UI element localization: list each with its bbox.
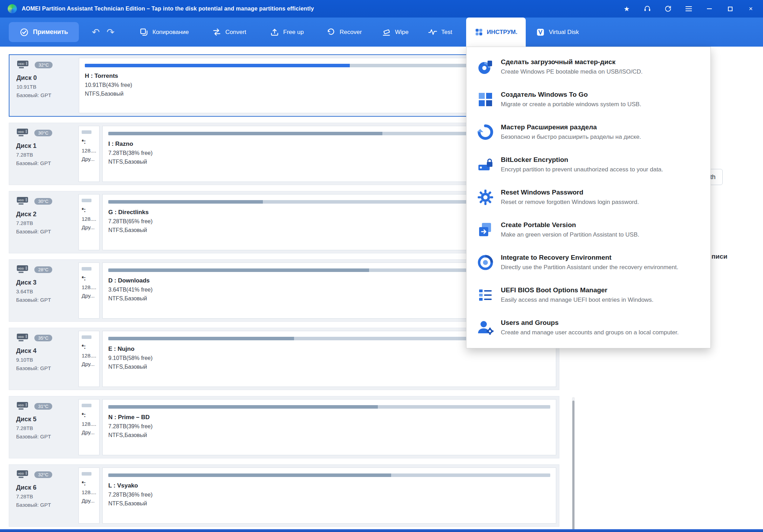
hdd-icon: HDD <box>16 60 30 70</box>
partition-label: *: <box>82 139 99 145</box>
disk-row[interactable]: HDD 32°C Диск 6 7.28TB Базовый: GPT *: 1… <box>9 464 559 527</box>
svg-text:HDD: HDD <box>18 472 24 475</box>
partition-block-small[interactable]: *: 128.... Дру... <box>79 126 100 182</box>
virtual-disk-button[interactable]: Virtual Disk <box>536 18 579 47</box>
tools-menu-item-title: Create Portable Version <box>501 221 639 229</box>
partition-size: 128.... <box>82 489 99 495</box>
bitlocker-icon <box>477 156 494 173</box>
virtual-disk-icon <box>536 28 545 37</box>
disk-temperature-badge: 30°C <box>34 130 52 136</box>
disk-temperature-badge: 35°C <box>34 335 52 341</box>
tools-menu-item[interactable]: Users and Groups Create and manage user … <box>466 311 710 344</box>
svg-text:HDD: HDD <box>18 404 24 407</box>
vertical-scrollbar[interactable] <box>572 397 575 529</box>
tools-menu-item-title: Создатель Windows To Go <box>501 91 641 98</box>
tools-menu-item[interactable]: Create Portable Version Make an green ve… <box>466 213 710 246</box>
free-up-icon <box>270 27 279 37</box>
free-up-button[interactable]: Free up <box>270 18 304 47</box>
disk-temperature-badge: 31°C <box>34 403 52 410</box>
bootable-media-icon <box>477 59 494 75</box>
redo-button[interactable]: ↷ <box>107 18 115 47</box>
partition-block-small[interactable]: *: 128.... Дру... <box>79 262 100 319</box>
partition-block[interactable]: N : Prime – BD 7.28TB(39% free) NTFS,Баз… <box>102 399 556 455</box>
test-button[interactable]: Test <box>428 18 452 47</box>
tools-menu-item-description: Reset or remove forgotten Windows login … <box>501 199 639 206</box>
partition-block-small[interactable]: *: 128.... Дру... <box>79 331 100 387</box>
partition-label: N : Prime – BD <box>108 414 550 421</box>
reset-password-icon <box>477 189 494 206</box>
partition-filesystem: NTFS,Базовый <box>108 500 550 507</box>
tools-menu-item[interactable]: UEFI BIOS Boot Options Manager Easily ac… <box>466 279 710 311</box>
minimize-icon[interactable] <box>705 4 714 13</box>
tools-menu-item-description: Easily access and manage UEFI boot entri… <box>501 296 654 303</box>
partition-usage-bar <box>82 267 91 271</box>
wipe-button[interactable]: Wipe <box>382 18 409 47</box>
users-groups-icon <box>477 319 494 336</box>
disk-capacity: 7.28TB <box>16 425 76 431</box>
apply-button-label: Применить <box>33 28 68 36</box>
partition-block-small[interactable]: *: 128.... Дру... <box>79 399 100 455</box>
disk-partitions: *: 128.... Дру... N : Prime – BD 7.28TB(… <box>76 396 559 458</box>
disk-partition-style: Базовый: GPT <box>16 297 76 303</box>
tools-menu-item[interactable]: Integrate to Recovery Environment Direct… <box>466 246 710 279</box>
disk-info: HDD 28°C Диск 3 3.64TB Базовый: GPT <box>9 260 76 321</box>
tools-menu-item-title: UEFI BIOS Boot Options Manager <box>501 286 654 294</box>
wipe-button-label: Wipe <box>395 29 409 36</box>
tools-grid-icon <box>475 28 483 36</box>
tools-menu-item-title: Мастер Расширения раздела <box>501 123 641 131</box>
disk-capacity: 10.91TB <box>16 84 76 90</box>
test-icon <box>428 27 437 37</box>
tools-menu-item[interactable]: Сделать загрузочный мастер-диск Create W… <box>466 50 710 83</box>
svg-text:HDD: HDD <box>18 62 25 66</box>
maximize-icon[interactable] <box>725 4 735 13</box>
partition-block[interactable]: L : Vsyako 7.28TB(36% free) NTFS,Базовый <box>102 468 556 524</box>
favorite-star-icon[interactable]: ★ <box>622 4 631 13</box>
tools-menu-item[interactable]: Создатель Windows To Go Migrate or creat… <box>466 83 710 116</box>
convert-button[interactable]: Convert <box>212 18 246 47</box>
refresh-icon[interactable] <box>663 4 673 13</box>
app-logo-icon <box>8 4 17 13</box>
support-headset-icon[interactable] <box>643 4 652 13</box>
partition-usage-bar <box>82 335 91 339</box>
tools-menu-item-description: Encrypt partition to prevent unauthorize… <box>501 166 663 173</box>
partition-usage-bar <box>82 404 91 407</box>
disk-partitions: *: 128.... Дру... L : Vsyako 7.28TB(36% … <box>76 465 559 526</box>
disk-name: Диск 3 <box>16 279 76 286</box>
partition-filesystem: NTFS,Базовый <box>108 432 550 438</box>
disk-name: Диск 1 <box>16 142 76 150</box>
uefi-bios-icon <box>477 287 494 303</box>
disk-partition-style: Базовый: GPT <box>16 502 76 508</box>
partition-label: *: <box>82 275 99 282</box>
tab-tools[interactable]: ИНСТРУМ. <box>466 18 526 47</box>
close-icon[interactable]: × <box>746 4 755 13</box>
disk-partition-style: Базовый: GPT <box>16 229 76 234</box>
hdd-icon: HDD <box>16 333 30 343</box>
recover-button-label: Recover <box>340 29 362 36</box>
scrollbar-thumb[interactable] <box>572 401 574 529</box>
menu-icon[interactable] <box>684 4 693 13</box>
recover-button[interactable]: Recover <box>326 18 362 47</box>
svg-text:HDD: HDD <box>18 199 24 202</box>
disk-name: Диск 0 <box>16 74 76 82</box>
partition-block-small[interactable]: *: 128.... Дру... <box>79 194 100 250</box>
partition-block-small[interactable]: *: 128.... Дру... <box>79 468 100 524</box>
disk-row[interactable]: HDD 31°C Диск 5 7.28TB Базовый: GPT *: 1… <box>9 396 559 458</box>
disk-info: HDD 30°C Диск 2 7.28TB Базовый: GPT <box>9 191 76 253</box>
partition-usage-bar <box>82 130 91 134</box>
tools-menu-item-description: Directly use the Partition Assistant und… <box>501 264 678 271</box>
disk-info: HDD 32°C Диск 6 7.28TB Базовый: GPT <box>9 465 76 526</box>
undo-button[interactable]: ↶ <box>92 18 100 47</box>
partition-label: *: <box>82 344 99 350</box>
portable-version-icon <box>477 221 494 238</box>
partition-label: *: <box>82 207 99 213</box>
apply-button[interactable]: Применить <box>9 22 79 42</box>
tools-menu-item[interactable]: Мастер Расширения раздела Безопасно и бы… <box>466 116 710 148</box>
convert-button-label: Convert <box>225 29 246 36</box>
tools-menu-item[interactable]: Reset Windows Password Reset or remove f… <box>466 181 710 213</box>
partition-usage-bar <box>82 199 91 202</box>
virtual-disk-button-label: Virtual Disk <box>549 29 579 36</box>
disk-name: Диск 6 <box>16 484 76 491</box>
copy-button[interactable]: Копирование <box>139 18 189 47</box>
tools-menu-item[interactable]: BitLocker Encryption Encrypt partition t… <box>466 148 710 181</box>
disk-capacity: 7.28TB <box>16 220 76 226</box>
